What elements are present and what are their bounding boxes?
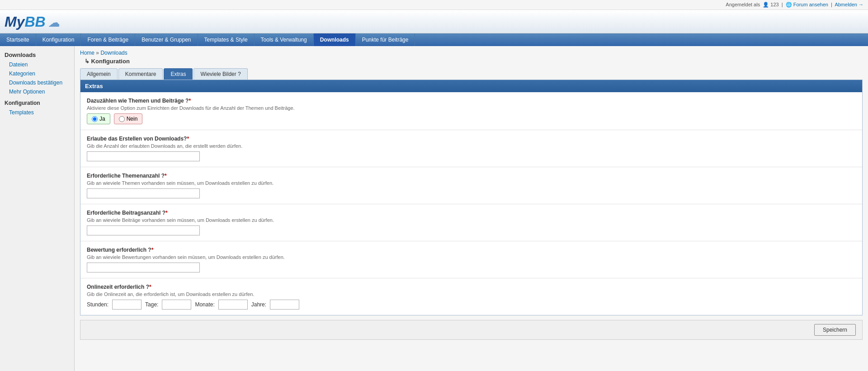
nav-konfiguration[interactable]: Konfiguration <box>36 33 81 46</box>
nav-startseite[interactable]: Startseite <box>0 33 36 46</box>
breadcrumb-home[interactable]: Home <box>80 50 94 56</box>
breadcrumb: Home » Downloads <box>80 50 863 56</box>
required-themes-input[interactable]: 0 <box>87 188 200 198</box>
header: MyBB ☁ <box>0 10 868 33</box>
field-online-time: Onlinezeit erforderlich ?* Gib die Onlin… <box>80 278 862 315</box>
main-nav: Startseite Konfiguration Foren & Beiträg… <box>0 33 868 46</box>
field-required-themes-label: Erforderliche Themenanzahl ?* <box>87 173 856 179</box>
save-button[interactable]: Speichern <box>814 324 856 336</box>
field-count-themes-label: Dazuzählen wie Themen und Beiträge ?* <box>87 98 856 104</box>
sidebar-item-templates[interactable]: Templates <box>0 108 74 117</box>
field-count-themes-desc: Aktiviere diese Option zum Einrichten de… <box>87 105 856 111</box>
field-required-posts-label: Erforderliche Beitragsanzahl ?* <box>87 210 856 216</box>
logo: MyBB ☁ <box>5 14 59 30</box>
breadcrumb-sep: » <box>96 50 99 56</box>
required-ratings-input[interactable]: 0 <box>87 263 200 272</box>
field-required-ratings-label: Bewertung erforderlich ?* <box>87 247 856 253</box>
field-online-time-desc: Gib die Onlinezeit an, die erforderlich … <box>87 291 856 297</box>
logo-bb: BB <box>24 14 45 30</box>
logo-my: My <box>5 14 24 30</box>
save-bar: Speichern <box>80 320 863 340</box>
logout-link[interactable]: Abmelden → <box>835 2 863 7</box>
tab-wieviele-bilder[interactable]: Wieviele Bilder ? <box>193 68 247 80</box>
field-required-posts-desc: Gib an wieviele Beiträge vorhanden sein … <box>87 217 856 223</box>
tage-label: Tage: <box>145 301 158 308</box>
sidebar: Downloads Dateien Kategorien Downloads b… <box>0 46 75 371</box>
logged-in-label: Angemeldet als <box>726 2 760 7</box>
stunden-input[interactable]: 0 <box>112 300 142 310</box>
field-allow-create: Erlaube das Erstellen von Downloads?* Gi… <box>80 130 862 167</box>
radio-no-input[interactable] <box>119 116 125 122</box>
content-panel: Extras Dazuzählen wie Themen und Beiträg… <box>80 80 863 315</box>
page-title: ↳ Konfiguration <box>80 58 863 65</box>
nav-templates-style[interactable]: Templates & Style <box>198 33 255 46</box>
sidebar-section-konfiguration: Konfiguration <box>0 96 74 108</box>
sidebar-item-dateien[interactable]: Dateien <box>0 60 74 69</box>
breadcrumb-downloads[interactable]: Downloads <box>100 50 127 56</box>
layout: Downloads Dateien Kategorien Downloads b… <box>0 46 868 371</box>
tabs: Allgemein Kommentare Extras Wieviele Bil… <box>80 68 863 80</box>
field-allow-create-label: Erlaube das Erstellen von Downloads?* <box>87 136 856 142</box>
sidebar-item-bestaetigen[interactable]: Downloads bestätigen <box>0 78 74 87</box>
sidebar-section-downloads: Downloads <box>0 49 74 60</box>
panel-header: Extras <box>80 80 862 92</box>
nav-foren-beitraege[interactable]: Foren & Beiträge <box>81 33 135 46</box>
nav-downloads[interactable]: Downloads <box>314 33 356 46</box>
topbar: Angemeldet als 👤 123 | 🌐 Forum ansehen |… <box>0 0 868 10</box>
field-count-themes: Dazuzählen wie Themen und Beiträge ?* Ak… <box>80 92 862 130</box>
field-online-time-label: Onlinezeit erforderlich ?* <box>87 284 856 290</box>
tab-extras[interactable]: Extras <box>164 68 193 80</box>
tab-kommentare[interactable]: Kommentare <box>118 68 163 80</box>
nav-benutzer-gruppen[interactable]: Benutzer & Gruppen <box>135 33 198 46</box>
radio-yes[interactable]: Ja <box>87 113 110 124</box>
required-posts-input[interactable]: 0 <box>87 225 200 235</box>
field-required-themes: Erforderliche Themenanzahl ?* Gib an wie… <box>80 167 862 204</box>
online-time-inputs: Stunden: 0 Tage: 0 Monate: 0 Jahre: 0 <box>87 300 856 310</box>
jahre-input[interactable]: 0 <box>270 300 299 310</box>
field-required-themes-desc: Gib an wieviele Themen vorhanden sein mü… <box>87 180 856 186</box>
radio-group-count-themes: Ja Nein <box>87 113 856 124</box>
username: 123 <box>770 2 778 7</box>
monate-label: Monate: <box>195 301 214 308</box>
tab-allgemein[interactable]: Allgemein <box>80 68 118 80</box>
field-allow-create-desc: Gib die Anzahl der erlaubten Downloads a… <box>87 143 856 149</box>
allow-create-input[interactable]: 0 <box>87 151 200 161</box>
radio-no[interactable]: Nein <box>114 113 143 124</box>
field-required-posts: Erforderliche Beitragsanzahl ?* Gib an w… <box>80 204 862 241</box>
sidebar-item-mehr-optionen[interactable]: Mehr Optionen <box>0 87 74 96</box>
logo-cloud: ☁ <box>46 17 60 29</box>
radio-yes-input[interactable] <box>92 116 98 122</box>
sidebar-item-kategorien[interactable]: Kategorien <box>0 69 74 78</box>
stunden-label: Stunden: <box>87 301 108 308</box>
monate-input[interactable]: 0 <box>218 300 248 310</box>
main-content: Home » Downloads ↳ Konfiguration Allgeme… <box>75 46 868 371</box>
field-required-ratings: Bewertung erforderlich ?* Gib an wieviel… <box>80 241 862 278</box>
field-required-ratings-desc: Gib an wieviele Bewertungen vorhanden se… <box>87 254 856 260</box>
nav-tools-verwaltung[interactable]: Tools & Verwaltung <box>255 33 314 46</box>
forum-link[interactable]: 🌐 Forum ansehen <box>786 2 828 7</box>
tage-input[interactable]: 0 <box>162 300 191 310</box>
jahre-label: Jahre: <box>251 301 266 308</box>
nav-punkte[interactable]: Punkte für Beiträge <box>356 33 415 46</box>
